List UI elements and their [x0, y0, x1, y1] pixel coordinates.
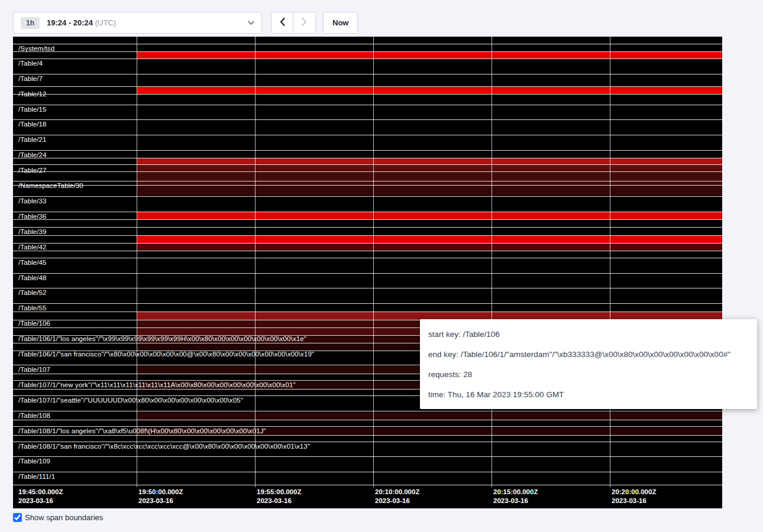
span-label: /Table/106/1/"san francisco"/"\x80\x00\x…: [18, 351, 314, 358]
x-axis-date: 2023-03-16: [493, 497, 538, 505]
span-boundary-line: [13, 243, 722, 244]
time-range-value: 19:24 - 20:24: [47, 18, 93, 27]
span-boundary-line: [13, 312, 722, 312]
span-label: /Table/106/1/"los angeles"/"\x99\x99\x99…: [18, 335, 306, 342]
x-axis-label: 20:10:00.000Z2023-03-16: [375, 488, 419, 505]
time-gridline: [492, 37, 492, 487]
key-visualizer-canvas[interactable]: start key: /Table/106end key: /Table/106…: [13, 37, 722, 508]
span-label: /Table/106: [18, 320, 50, 327]
heat-band[interactable]: [137, 243, 722, 251]
x-axis-date: 2023-03-16: [257, 497, 301, 505]
span-boundary-line: [13, 164, 722, 165]
time-range-duration-badge: 1h: [21, 17, 40, 29]
span-boundary-line: [13, 420, 722, 420]
hover-tooltip: start key: /Table/106end key: /Table/106…: [420, 319, 757, 409]
span-label: /Table/27: [18, 167, 47, 174]
span-boundary-line: [13, 472, 722, 472]
heat-band[interactable]: [137, 412, 722, 420]
span-label: /Table/107/1/"seattle"/"UUUUUUD\x00\x80\…: [18, 397, 243, 404]
span-boundary-line: [13, 456, 722, 457]
x-axis-date: 2023-03-16: [375, 497, 419, 505]
time-range-label: 19:24 - 20:24 (UTC): [47, 18, 116, 27]
span-label: /Table/108/1/"san francisco"/"\x8c\xcc\x…: [18, 443, 310, 450]
now-button[interactable]: Now: [323, 12, 358, 34]
span-boundary-line: [13, 258, 722, 258]
span-label: /Table/7: [18, 75, 43, 82]
x-axis-time: 19:45:00.000Z: [18, 488, 63, 497]
x-axis-time: 20:10:00.000Z: [375, 488, 419, 497]
span-label: /Table/4: [18, 60, 43, 67]
span-boundary-line: [13, 411, 722, 411]
span-boundary-line: [13, 51, 722, 52]
span-label: /Table/15: [18, 106, 47, 113]
x-axis-date: 2023-03-16: [612, 497, 656, 505]
tooltip-line: requests: 28: [420, 364, 757, 384]
x-axis-time: 20:15:00.000Z: [493, 488, 538, 497]
chevron-left-icon: [280, 18, 285, 28]
time-gridline: [137, 37, 137, 487]
x-axis-date: 2023-03-16: [138, 497, 183, 505]
span-boundary-line: [13, 303, 722, 304]
heat-band[interactable]: [137, 164, 722, 171]
time-gridline: [610, 37, 610, 487]
x-axis-label: 19:50:00.000Z2023-03-16: [138, 488, 183, 505]
span-boundary-line: [13, 485, 722, 485]
x-axis-time: 19:50:00.000Z: [138, 488, 183, 497]
span-boundary-line: [13, 150, 722, 151]
span-label: /Table/21: [18, 136, 47, 143]
time-gridline: [255, 37, 256, 487]
span-boundary-line: [13, 94, 722, 95]
span-label: /Table/24: [18, 151, 47, 158]
chevron-right-icon: [302, 18, 307, 28]
x-axis-label: 19:55:00.000Z2023-03-16: [257, 488, 301, 505]
span-label: /Table/55: [18, 304, 47, 312]
time-nav-group: [271, 12, 316, 34]
next-range-button[interactable]: [293, 12, 316, 34]
span-boundary-line: [13, 273, 722, 274]
show-span-boundaries-checkbox[interactable]: [13, 513, 22, 522]
span-label: /Table/111/1: [18, 473, 55, 480]
tooltip-line: end key: /Table/106/1/"amsterdam"/"\xb33…: [420, 344, 757, 364]
show-span-boundaries-label: Show span boundaries: [25, 513, 103, 522]
heat-band[interactable]: [137, 51, 722, 59]
span-label: /Table/45: [18, 259, 47, 266]
heat-band[interactable]: [137, 158, 722, 164]
span-label: /Table/108/1/"los angeles"/"\xa8\xf5\u00…: [18, 427, 266, 434]
span-label: /Table/18: [18, 121, 47, 128]
span-label: /Table/109: [18, 458, 50, 465]
span-label: /Table/39: [18, 228, 47, 235]
prev-range-button[interactable]: [271, 12, 293, 34]
heat-band[interactable]: [137, 185, 722, 196]
heat-band[interactable]: [137, 87, 722, 94]
span-label: /Table/36: [18, 213, 47, 220]
time-gridline: [373, 37, 374, 487]
span-boundary-line: [13, 235, 722, 236]
span-label: /Table/107/1/"new york"/"\x11\x11\x11\x1…: [18, 381, 296, 388]
span-label: /System/tsd: [18, 45, 54, 52]
span-boundary-line: [13, 219, 722, 220]
span-label: /Table/52: [18, 289, 47, 296]
span-boundary-line: [13, 288, 722, 288]
time-range-selector[interactable]: 1h 19:24 - 20:24 (UTC): [13, 12, 262, 34]
span-boundary-line: [13, 212, 722, 212]
span-boundary-line: [13, 158, 722, 158]
span-boundary-line: [13, 59, 722, 59]
heat-band[interactable]: [137, 212, 722, 219]
span-boundary-line: [13, 105, 722, 105]
span-boundary-line: [13, 171, 722, 172]
span-label: /Table/48: [18, 274, 47, 281]
span-boundary-line: [13, 74, 722, 74]
span-boundary-line: [13, 426, 722, 427]
heat-band[interactable]: [137, 235, 722, 243]
span-boundary-line: [13, 196, 722, 197]
x-axis-time: 20:20:00.000Z: [612, 488, 656, 497]
tooltip-line: start key: /Table/106: [420, 324, 757, 344]
x-axis-label: 20:20:00.000Z2023-03-16: [612, 488, 656, 505]
heat-band[interactable]: [137, 171, 722, 185]
span-label: /Table/108: [18, 412, 50, 419]
span-label: /Table/107: [18, 366, 50, 373]
x-axis-time: 19:55:00.000Z: [257, 488, 301, 497]
heat-band[interactable]: [137, 312, 722, 320]
span-boundary-line: [13, 119, 722, 120]
tooltip-line: time: Thu, 16 Mar 2023 19:55:00 GMT: [420, 384, 757, 404]
